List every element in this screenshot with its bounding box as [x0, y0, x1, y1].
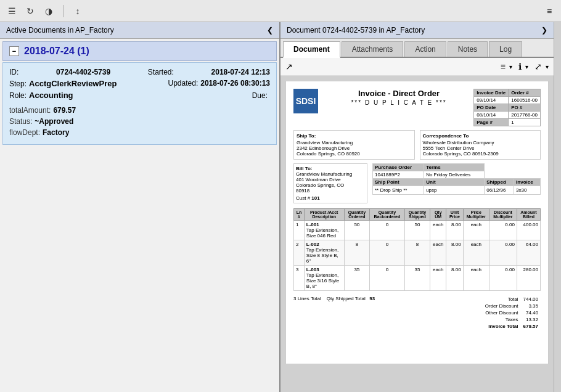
toggle-icon[interactable]: ◑ — [42, 4, 55, 18]
order-discount-value: 3.35 — [521, 303, 541, 309]
invoice-terms-value: 3x30 — [514, 186, 541, 195]
left-panel-content: − 2018-07-24 (1) ID: 0724-4402-5739 Star… — [0, 39, 279, 392]
scrollbar[interactable] — [554, 22, 561, 392]
bill-to-label: Bill To: — [296, 166, 365, 171]
external-link-icon[interactable]: ↗ — [285, 62, 293, 71]
bill-to-line-3: Colorado Springs, CO — [296, 182, 365, 188]
total-label: totalAmount: — [9, 106, 51, 115]
doc-role-label: Role: — [9, 91, 27, 100]
total-row: totalAmount: 679.57 — [9, 106, 270, 115]
correspondence-line-3: Colorado Springs, CO 80919-2309 — [423, 151, 538, 157]
left-panel-collapse-icon[interactable]: ❮ — [267, 26, 273, 35]
order-discount-label: Order Discount — [483, 303, 521, 309]
doc-group-header: − 2018-07-24 (1) — [2, 41, 277, 61]
total-value: 679.57 — [53, 106, 76, 115]
invoice-total-label: Invoice Total — [483, 323, 521, 330]
correspondence-line-2: 5555 Tech Center Drive — [423, 145, 538, 151]
left-panel-header: Active Documents in AP_Factory ❮ — [0, 22, 279, 39]
col-disc: Discount Multiplier — [489, 209, 517, 221]
totals-section: Total 744.00 Order Discount 3.35 Other D… — [483, 296, 541, 330]
col-qty-ship: Quantity Shipped — [404, 209, 430, 221]
invoice-total-value: 679.57 — [521, 323, 541, 330]
list-dropdown-icon[interactable]: ▾ — [509, 63, 512, 70]
bill-to-line-2: 401 Woodman Drive — [296, 177, 365, 182]
lines-total-section: 3 Lines Total Qty Shipped Total 93 — [293, 296, 375, 330]
status-value: ~Approved — [35, 117, 73, 126]
status-row: Status: ~Approved — [9, 117, 270, 126]
total-label: Total — [483, 296, 521, 303]
refresh-icon[interactable]: ↻ — [23, 4, 37, 18]
doc-role-value: Accounting — [29, 91, 73, 100]
invoice-area[interactable]: SDSI Invoice - Direct Order *** D U P L … — [280, 76, 554, 392]
tabs-bar: Document Attachments Action Notes Log — [280, 39, 554, 58]
invoice-footer: 3 Lines Total Qty Shipped Total 93 Total… — [293, 296, 541, 330]
toolbar-separator-1 — [63, 5, 63, 17]
company-logo: SDSI — [293, 89, 318, 113]
ship-to-line-1: Grandview Manufacturing — [297, 140, 412, 145]
document-group: − 2018-07-24 (1) ID: 0724-4402-5739 Star… — [2, 41, 277, 145]
left-panel-title: Active Documents in AP_Factory — [6, 26, 114, 35]
tab-log[interactable]: Log — [489, 41, 522, 57]
ship-to-box: Ship To: Grandview Manufacturing 2342 Ed… — [293, 130, 415, 160]
qty-shipped-label: Qty Shipped Total — [327, 296, 366, 301]
doc-id-value: 0724-4402-5739 — [56, 68, 110, 76]
correspondence-line-1: Wholesale Distribution Company — [423, 140, 538, 145]
ship-to-line-2: 2342 Edinborough Drive — [297, 145, 412, 151]
correspondence-label: Correspondence To — [423, 133, 538, 139]
address-section: Ship To: Grandview Manufacturing 2342 Ed… — [293, 130, 541, 160]
ship-to-label: Ship To: — [297, 133, 412, 139]
other-discount-label: Other Discount — [483, 309, 521, 316]
tab-action[interactable]: Action — [404, 41, 446, 57]
invoice-title: Invoice - Direct Order — [324, 89, 473, 98]
doc-id-row: ID: 0724-4402-5739 Started: 2018-07-24 1… — [9, 68, 270, 76]
doc-updated-label: Updated: — [168, 79, 199, 88]
shipped-value: 06/12/96 — [485, 186, 514, 195]
more-right-icon[interactable]: ≡ — [543, 4, 556, 18]
doc-step-row: Step: AcctgClerkReviewPrep Updated: 2018… — [9, 79, 270, 88]
taxes-label: Taxes — [483, 316, 521, 323]
menu-icon[interactable]: ☰ — [5, 4, 18, 18]
tab-notes[interactable]: Notes — [448, 41, 488, 57]
list-view-icon[interactable]: ≡ — [501, 62, 506, 71]
bill-to-box: Bill To: Grandview Manufacturing 401 Woo… — [293, 163, 367, 203]
invoice-meta: Invoice Date Order # 09/10/14 1600516-00… — [473, 89, 541, 126]
doc-step-value: AcctgClerkReviewPrep — [29, 79, 117, 88]
right-panel: Document 0724-4402-5739 in AP_Factory ❯ … — [280, 22, 554, 392]
table-row: 1 L-001Tap Extension, Size 046 Red 50 0 … — [294, 221, 541, 240]
info-icon[interactable]: ℹ — [518, 62, 522, 71]
fullscreen-dropdown-icon[interactable]: ▾ — [546, 63, 549, 70]
unit-value: upsp — [424, 186, 485, 195]
qty-shipped-value: 93 — [369, 296, 375, 301]
doc-started-value: 2018-07-24 12:13 — [211, 68, 270, 76]
tab-attachments[interactable]: Attachments — [342, 41, 404, 57]
status-label: Status: — [9, 117, 32, 126]
info-dropdown-icon[interactable]: ▾ — [525, 63, 528, 70]
col-price-mult: Price Multiplier — [463, 209, 489, 221]
lines-total-label: 3 Lines Total — [293, 296, 321, 301]
tab-document[interactable]: Document — [283, 41, 340, 58]
other-discount-value: 74.40 — [521, 309, 541, 316]
invoice-table: Ln # Product /Acct Description Quantity … — [293, 208, 541, 291]
doc-group-date: 2018-07-24 (1) — [24, 46, 89, 57]
cust-label: Cust # — [296, 195, 310, 201]
left-panel: Active Documents in AP_Factory ❮ − 2018-… — [0, 22, 280, 392]
doc-updated-value: 2018-07-26 08:30:13 — [200, 79, 270, 88]
col-ln: Ln # — [294, 209, 305, 221]
shipping-details-box: Purchase Order Terms 1041889P2 No Friday… — [372, 163, 541, 203]
po-value: 1041889P2 — [373, 171, 424, 179]
flowdept-row: flowDept: Factory — [9, 128, 270, 137]
col-amount: Amount Billed — [517, 209, 540, 221]
correspondence-box: Correspondence To Wholesale Distribution… — [420, 130, 541, 160]
invoice-paper: SDSI Invoice - Direct Order *** D U P L … — [285, 81, 549, 364]
fullscreen-icon[interactable]: ⤢ — [534, 62, 542, 71]
duplicate-text: *** D U P L I C A T E *** — [324, 99, 473, 106]
doc-started-label: Started: — [148, 68, 174, 76]
right-panel-expand-icon[interactable]: ❯ — [541, 26, 547, 35]
col-qty-ord: Quantity Ordered — [344, 209, 370, 221]
right-panel-title: Document 0724-4402-5739 in AP_Factory — [287, 26, 425, 35]
collapse-group-button[interactable]: − — [9, 46, 19, 56]
taxes-value: 13.32 — [521, 316, 541, 323]
col-product: Product /Acct Description — [304, 209, 344, 221]
col-um: Qty UM — [430, 209, 446, 221]
sort-icon[interactable]: ↕ — [71, 4, 84, 18]
